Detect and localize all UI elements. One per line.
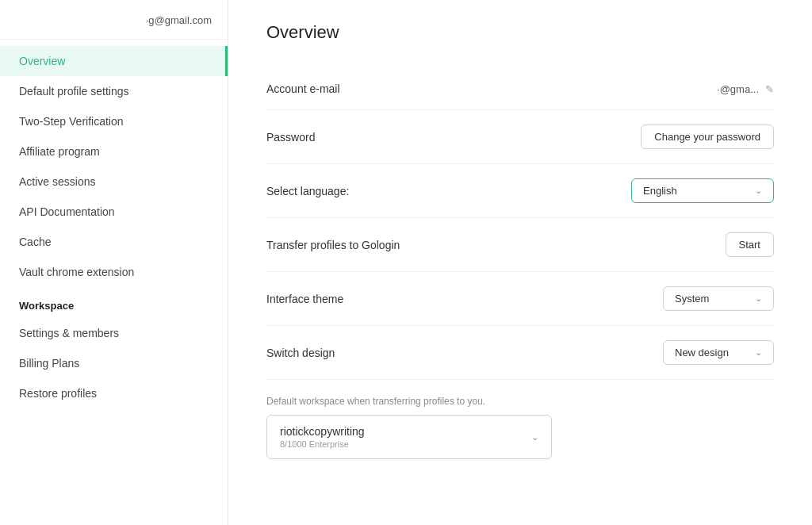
switch-design-row: Switch design New design ⌄ [266,326,774,380]
workspace-hint: Default workspace when transferring prof… [266,396,774,407]
account-email-label: Account e-mail [266,82,340,95]
sidebar-item-default-profile-settings[interactable]: Default profile settings [0,76,228,106]
sidebar-item-cache[interactable]: Cache [0,227,228,257]
password-row: Password Change your password [266,110,774,164]
sidebar-item-two-step-verification[interactable]: Two-Step Verification [0,106,228,136]
transfer-profiles-row: Transfer profiles to Gologin Start [266,218,774,272]
transfer-profiles-label: Transfer profiles to Gologin [266,239,400,251]
sidebar-item-overview[interactable]: Overview [0,46,228,76]
sidebar-item-settings-members[interactable]: Settings & members [0,318,228,348]
sidebar-item-affiliate-program[interactable]: Affiliate program [0,136,228,167]
workspace-chevron-icon: ⌄ [531,432,538,443]
workspace-section: Default workspace when transferring prof… [266,396,774,459]
select-language-row: Select language: English ⌄ [266,164,774,218]
interface-theme-label: Interface theme [266,293,343,305]
switch-design-dropdown[interactable]: New design ⌄ [663,340,774,365]
switch-design-selected: New design [675,347,729,358]
workspace-name: riotickcopywriting [280,425,365,438]
edit-email-icon[interactable]: ✎ [765,83,774,95]
account-email-row: Account e-mail ·@gma... ✎ [266,68,774,110]
page-title: Overview [266,22,774,43]
switch-design-label: Switch design [266,347,335,359]
select-language-label: Select language: [266,185,349,197]
sidebar: ·g@gmail.com Overview Default profile se… [0,0,228,525]
workspace-dropdown[interactable]: riotickcopywriting 8/1000 Enterprise ⌄ [266,415,552,459]
account-email-value: ·@gma... ✎ [717,83,774,95]
interface-theme-row: Interface theme System ⌄ [266,272,774,326]
switch-design-chevron-icon: ⌄ [755,347,762,358]
main-content: Overview Account e-mail ·@gma... ✎ Passw… [228,0,812,525]
language-selected: English [643,185,677,197]
sidebar-item-vault-chrome-extension[interactable]: Vault chrome extension [0,257,228,287]
interface-theme-dropdown[interactable]: System ⌄ [663,286,774,311]
change-password-button[interactable]: Change your password [641,125,774,149]
language-dropdown[interactable]: English ⌄ [631,178,774,203]
workspace-section-label: Workspace [0,287,228,318]
sidebar-item-api-documentation[interactable]: API Documentation [0,197,228,227]
account-email-text: ·@gma... [717,83,759,95]
interface-theme-selected: System [675,293,709,305]
sidebar-item-restore-profiles[interactable]: Restore profiles [0,378,228,408]
transfer-profiles-button[interactable]: Start [726,232,774,257]
sidebar-item-billing-plans[interactable]: Billing Plans [0,348,228,378]
workspace-dropdown-info: riotickcopywriting 8/1000 Enterprise [280,425,365,449]
language-chevron-icon: ⌄ [755,186,762,196]
sidebar-email: ·g@gmail.com [0,0,228,40]
password-label: Password [266,131,315,144]
sidebar-item-active-sessions[interactable]: Active sessions [0,167,228,197]
sidebar-nav: Overview Default profile settings Two-St… [0,40,228,415]
interface-theme-chevron-icon: ⌄ [755,293,762,304]
workspace-sub: 8/1000 Enterprise [280,439,365,449]
